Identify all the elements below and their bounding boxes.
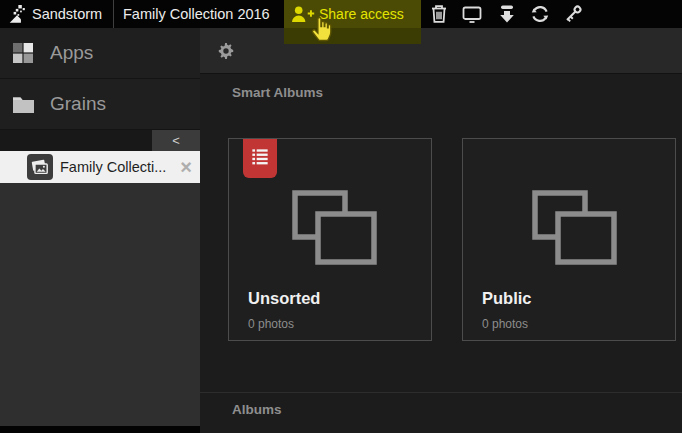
album-photo-count: 0 photos	[248, 317, 294, 331]
topbar-divider	[113, 0, 114, 28]
share-access-label: Share access	[319, 6, 404, 22]
album-name: Unsorted	[248, 289, 320, 308]
stacked-photos-icon	[289, 187, 381, 271]
monitor-icon	[461, 13, 483, 28]
albums-heading: Albums	[232, 402, 282, 417]
top-bar: Sandstorm Family Collection 2016 Share a…	[0, 0, 682, 28]
sandstorm-logo-icon	[8, 5, 27, 24]
app-window: Sandstorm Family Collection 2016 Share a…	[0, 0, 682, 433]
album-photo-count: 0 photos	[482, 317, 528, 331]
album-card-unsorted[interactable]: Unsorted 0 photos	[228, 138, 432, 341]
grain-title: Family Collection 2016	[123, 0, 270, 28]
download-button[interactable]	[496, 3, 518, 25]
stacked-photos-icon	[529, 187, 621, 271]
sandstorm-home-link[interactable]: Sandstorm	[8, 0, 102, 28]
sidebar-item-apps[interactable]: Apps	[0, 28, 200, 79]
app-toolbar	[200, 28, 682, 74]
app-name: Sandstorm	[32, 6, 102, 22]
monitor-button[interactable]	[461, 3, 483, 25]
trash-icon	[428, 13, 450, 28]
sidebar-collapse-button[interactable]: <	[152, 130, 200, 151]
photo-app-icon	[27, 154, 53, 180]
sidebar-bottom-strip	[0, 426, 200, 433]
unsorted-list-badge	[243, 139, 277, 178]
sidebar-collapse-strip: <	[0, 130, 200, 151]
list-icon	[251, 148, 269, 178]
smart-albums-heading: Smart Albums	[232, 85, 323, 100]
trash-button[interactable]	[428, 3, 450, 25]
grain-content: Smart Albums Unsorted	[200, 28, 682, 433]
share-button-highlight	[284, 28, 421, 44]
key-button[interactable]	[562, 3, 584, 25]
albums-section-divider	[200, 392, 682, 393]
download-icon	[496, 13, 518, 28]
settings-gear-icon[interactable]	[217, 42, 235, 60]
sidebar-item-grains[interactable]: Grains	[0, 79, 200, 130]
album-card-public[interactable]: Public 0 photos	[462, 138, 676, 341]
open-grain-tab[interactable]: Family Collecti... ×	[0, 151, 200, 183]
album-name: Public	[482, 289, 532, 308]
sidebar-item-label: Grains	[50, 93, 106, 115]
key-icon	[562, 13, 584, 28]
refresh-button[interactable]	[529, 3, 551, 25]
refresh-icon	[529, 13, 551, 28]
sidebar-item-label: Apps	[50, 42, 93, 64]
sidebar: Apps Grains < Family	[0, 28, 200, 433]
open-grain-label: Family Collecti...	[60, 159, 166, 175]
share-access-button[interactable]: Share access	[284, 0, 421, 28]
apps-grid-icon	[12, 42, 35, 64]
folder-icon	[12, 95, 35, 114]
close-grain-button[interactable]: ×	[180, 151, 192, 183]
person-plus-icon	[290, 5, 315, 24]
